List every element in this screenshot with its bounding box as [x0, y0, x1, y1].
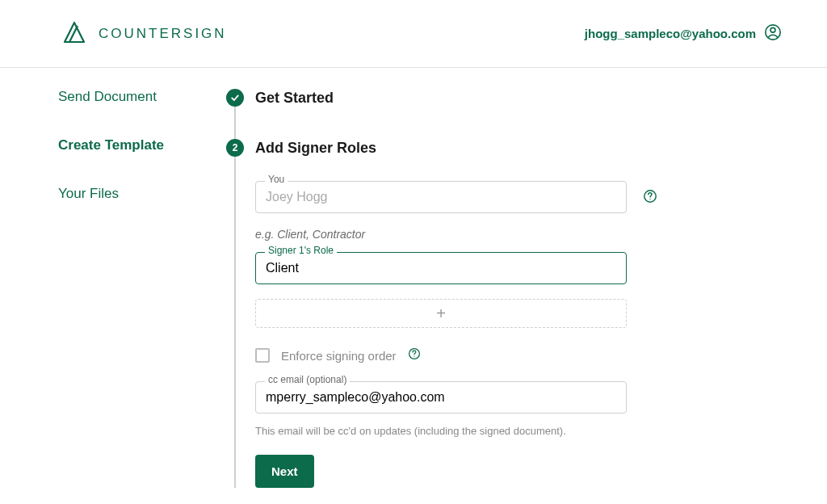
signer1-role-row: Signer 1's Role	[255, 252, 782, 284]
step-add-signer-roles: 2 Add Signer Roles You	[226, 139, 782, 488]
field-label: cc email (optional)	[265, 374, 350, 385]
you-name-input	[255, 181, 627, 213]
sidebar-item-your-files[interactable]: Your Files	[58, 186, 210, 202]
cc-caption: This email will be cc'd on updates (incl…	[255, 425, 782, 437]
field-label: Signer 1's Role	[265, 245, 337, 256]
step-title: Add Signer Roles	[255, 140, 376, 157]
content-area: Send Document Create Template Your Files…	[0, 68, 827, 504]
field-label: You	[265, 174, 288, 185]
app-header: COUNTERSIGN jhogg_sampleco@yahoo.com	[0, 0, 827, 68]
step-get-started: Get Started	[226, 89, 782, 107]
brand-logo[interactable]: COUNTERSIGN	[58, 16, 227, 52]
signer1-role-input[interactable]	[255, 252, 627, 284]
step-list: Get Started 2 Add Signer Roles You	[210, 89, 782, 488]
user-email: jhogg_sampleco@yahoo.com	[585, 27, 756, 40]
step-body: You e.g. Client, Contractor Signer	[255, 181, 782, 488]
enforce-order-row: Enforce signing order	[255, 347, 782, 363]
sidebar-nav: Send Document Create Template Your Files	[0, 89, 210, 504]
add-role-button[interactable]: +	[255, 299, 627, 328]
you-field-row: You	[255, 181, 782, 213]
logo-icon	[58, 16, 90, 52]
cc-email-input[interactable]	[255, 381, 627, 414]
header-user[interactable]: jhogg_sampleco@yahoo.com	[585, 23, 782, 44]
step-number-badge: 2	[226, 139, 244, 157]
account-icon	[764, 23, 782, 44]
main-panel: Get Started 2 Add Signer Roles You	[210, 89, 827, 504]
brand-name: COUNTERSIGN	[99, 26, 227, 42]
cc-email-row: cc email (optional)	[255, 381, 782, 414]
svg-point-3	[649, 199, 650, 200]
help-icon[interactable]	[643, 189, 657, 204]
enforce-order-checkbox[interactable]	[255, 348, 270, 363]
checkbox-label: Enforce signing order	[281, 349, 397, 363]
role-hint: e.g. Client, Contractor	[255, 228, 782, 241]
sidebar-item-send-document[interactable]: Send Document	[58, 89, 210, 105]
svg-point-5	[414, 356, 414, 357]
step-title: Get Started	[255, 90, 334, 107]
next-button[interactable]: Next	[255, 455, 314, 488]
svg-point-1	[770, 27, 775, 32]
sidebar-item-create-template[interactable]: Create Template	[58, 137, 210, 153]
check-icon	[226, 89, 244, 107]
plus-icon: +	[436, 304, 446, 323]
help-icon[interactable]	[408, 347, 421, 363]
